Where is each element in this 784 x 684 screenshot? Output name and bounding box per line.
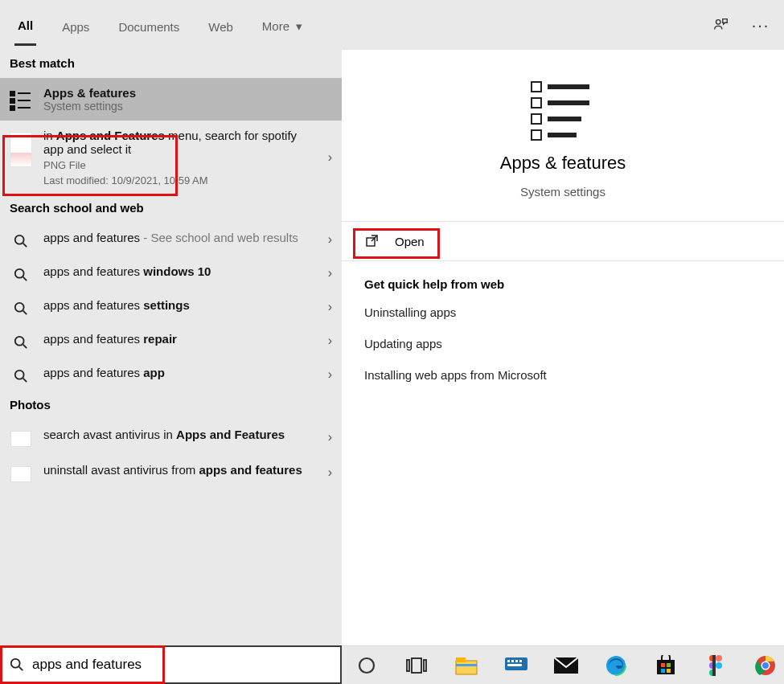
web-result-3[interactable]: apps and features repair › <box>0 324 342 358</box>
web-result-text: apps and features settings <box>43 298 308 312</box>
svg-rect-54 <box>712 655 716 676</box>
svg-point-7 <box>15 236 24 244</box>
web-result-text: apps and features windows 10 <box>43 264 308 278</box>
svg-rect-45 <box>661 663 665 667</box>
search-icon <box>10 298 32 316</box>
help-link-installing-web-apps[interactable]: Installing web apps from Microsoft <box>364 368 761 382</box>
photo-result-1[interactable]: uninstall avast antivirus from apps and … <box>0 455 342 490</box>
photo-result-0[interactable]: search avast antivirus in Apps and Featu… <box>0 420 342 455</box>
svg-rect-46 <box>667 663 671 667</box>
open-action[interactable]: Open <box>342 222 784 261</box>
taskbar-figma-icon[interactable] <box>702 652 729 679</box>
svg-rect-2 <box>18 92 31 94</box>
svg-point-28 <box>359 658 374 673</box>
svg-rect-36 <box>507 660 510 662</box>
tab-all[interactable]: All <box>14 4 36 46</box>
apps-features-icon <box>10 86 32 112</box>
help-link-uninstalling[interactable]: Uninstalling apps <box>364 305 761 319</box>
svg-rect-32 <box>456 661 477 674</box>
search-icon <box>10 657 24 672</box>
best-result-title: Apps & features <box>43 86 136 100</box>
web-result-4[interactable]: apps and features app › <box>0 358 342 391</box>
svg-point-52 <box>716 662 722 669</box>
results-column: Best match Apps & features <box>0 50 342 645</box>
taskbar-mail-icon[interactable] <box>552 652 580 679</box>
photo-result-text: uninstall avast antivirus from apps and … <box>43 463 308 477</box>
svg-rect-44 <box>657 660 675 674</box>
svg-rect-20 <box>548 100 589 105</box>
section-best-match: Best match <box>0 50 342 78</box>
svg-line-14 <box>23 345 27 349</box>
search-box-container <box>0 645 342 684</box>
search-filters-tabbar: All Apps Documents Web More ▾ ··· <box>0 0 784 50</box>
photo-thumbnail-icon <box>10 466 31 482</box>
chevron-right-icon: › <box>328 300 332 314</box>
web-result-2[interactable]: apps and features settings › <box>0 290 342 324</box>
taskbar-store-icon[interactable] <box>652 652 679 679</box>
chevron-right-icon: › <box>328 465 332 480</box>
help-header: Get quick help from web <box>364 277 761 291</box>
chevron-right-icon: › <box>328 430 332 444</box>
svg-rect-3 <box>10 99 14 103</box>
tab-web[interactable]: Web <box>205 6 236 45</box>
svg-point-15 <box>15 371 24 379</box>
svg-rect-31 <box>424 660 426 671</box>
result-apps-and-features[interactable]: Apps & features System settings <box>0 78 342 121</box>
svg-point-13 <box>15 337 24 346</box>
svg-point-50 <box>716 655 722 661</box>
svg-point-0 <box>716 20 721 24</box>
file-thumbnail-icon <box>10 132 32 167</box>
search-icon <box>10 231 32 248</box>
result-png-file[interactable]: in Apps and Features menu, search for sp… <box>0 121 342 195</box>
svg-rect-19 <box>532 98 541 108</box>
svg-rect-17 <box>532 82 541 92</box>
photo-thumbnail-icon <box>10 431 31 447</box>
taskbar-cortana-icon[interactable] <box>353 652 380 679</box>
file-result-type: PNG File <box>43 159 308 171</box>
svg-point-57 <box>762 662 769 669</box>
tab-documents[interactable]: Documents <box>115 6 183 45</box>
svg-line-16 <box>23 379 27 383</box>
help-link-updating[interactable]: Updating apps <box>364 337 761 350</box>
web-result-0[interactable]: apps and features - See school and web r… <box>0 223 342 256</box>
svg-line-8 <box>23 244 27 248</box>
taskbar-onscreen-keyboard-icon[interactable] <box>503 652 530 679</box>
taskbar-taskview-icon[interactable] <box>403 652 430 679</box>
preview-subtitle: System settings <box>520 185 605 199</box>
tab-apps[interactable]: Apps <box>59 6 92 45</box>
svg-point-9 <box>15 269 24 278</box>
web-result-text: apps and features - See school and web r… <box>43 231 308 244</box>
svg-point-11 <box>15 303 24 312</box>
photo-result-text: search avast antivirus in Apps and Featu… <box>43 428 308 441</box>
tab-more-label: More <box>262 19 289 33</box>
svg-rect-29 <box>407 660 409 671</box>
file-result-title: in Apps and Features menu, search for sp… <box>43 129 308 156</box>
web-result-text: apps and features repair <box>43 332 308 346</box>
chevron-right-icon: › <box>328 150 332 165</box>
section-search-web: Search school and web <box>0 195 342 223</box>
svg-rect-47 <box>661 669 665 673</box>
chevron-right-icon: › <box>328 367 332 382</box>
svg-point-26 <box>11 659 20 668</box>
svg-rect-1 <box>10 92 14 96</box>
web-result-text: apps and features app <box>43 366 308 379</box>
svg-rect-21 <box>532 114 541 124</box>
preview-pane: Apps & features System settings Open Get… <box>342 50 784 645</box>
svg-rect-30 <box>412 658 421 673</box>
preview-title: Apps & features <box>500 153 626 174</box>
search-input[interactable] <box>32 657 332 673</box>
web-result-1[interactable]: apps and features windows 10 › <box>0 256 342 290</box>
svg-rect-18 <box>548 84 589 89</box>
file-result-modified: Last modified: 10/9/2021, 10:59 AM <box>43 174 308 186</box>
taskbar-edge-icon[interactable] <box>602 652 630 679</box>
tab-more[interactable]: More ▾ <box>259 5 306 45</box>
feedback-icon[interactable] <box>712 16 729 34</box>
svg-rect-23 <box>532 130 541 140</box>
section-photos: Photos <box>0 391 342 420</box>
taskbar-file-explorer-icon[interactable] <box>453 652 480 679</box>
more-options-icon[interactable]: ··· <box>752 16 770 34</box>
chevron-right-icon: › <box>328 334 332 348</box>
svg-rect-48 <box>667 669 671 673</box>
taskbar-chrome-icon[interactable] <box>752 652 779 679</box>
svg-rect-5 <box>10 106 14 110</box>
